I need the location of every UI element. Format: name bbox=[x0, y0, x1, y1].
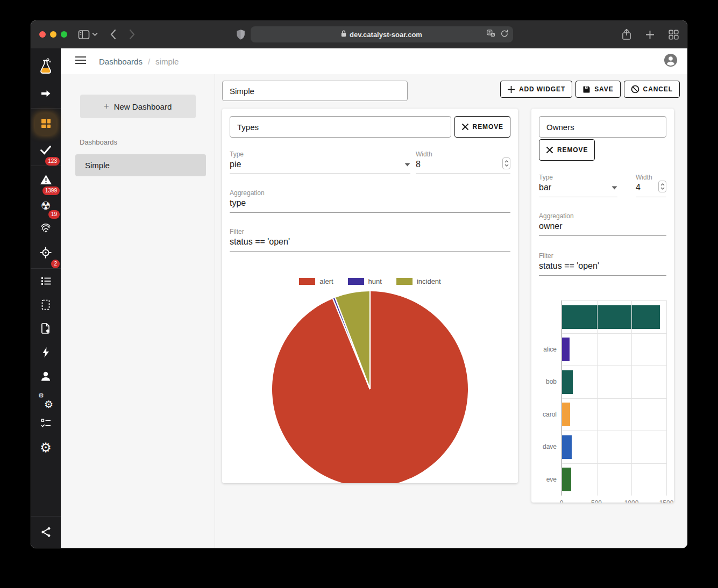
sidebar-item-draft-page[interactable] bbox=[31, 294, 61, 318]
widget-card-owners: REMOVE Type bar Width bbox=[531, 109, 674, 503]
sidebar-toggle-icon[interactable] bbox=[78, 30, 90, 40]
lock-icon bbox=[341, 30, 346, 39]
x-tick-label: 500 bbox=[591, 499, 602, 503]
sidebar-item-alerts[interactable]: 1399 bbox=[31, 168, 61, 193]
remove-widget-button[interactable]: REMOVE bbox=[454, 116, 510, 138]
sidebar-item-fingerprint[interactable] bbox=[31, 217, 61, 241]
x-icon bbox=[546, 146, 553, 154]
bar-carol bbox=[562, 403, 570, 426]
radiation-icon: ☢ bbox=[41, 200, 51, 211]
pie-legend: alerthuntincident bbox=[230, 277, 510, 285]
sidebar-item-flow[interactable] bbox=[31, 83, 61, 106]
reload-icon[interactable] bbox=[501, 30, 508, 40]
sidebar-item-settings[interactable]: ⚙ bbox=[31, 436, 61, 460]
sidebar-item-list[interactable] bbox=[31, 270, 61, 294]
widget-name-input[interactable] bbox=[230, 116, 451, 138]
bar-plot-area bbox=[561, 463, 666, 496]
new-dashboard-button[interactable]: + New Dashboard bbox=[80, 95, 196, 118]
legend-label: hunt bbox=[368, 277, 382, 285]
sidebar-item-dashboards[interactable] bbox=[31, 110, 61, 138]
zoom-window-button[interactable] bbox=[61, 31, 67, 38]
new-dashboard-label: New Dashboard bbox=[114, 102, 172, 111]
bar-unlabeled bbox=[562, 305, 660, 329]
sidebar-item-rules[interactable] bbox=[31, 412, 61, 436]
number-stepper[interactable] bbox=[502, 157, 510, 169]
dashboard-title-input[interactable] bbox=[222, 81, 408, 101]
bar-category-label bbox=[539, 300, 561, 333]
widget-width-input[interactable]: Width 8 bbox=[416, 150, 510, 174]
translate-icon[interactable] bbox=[487, 30, 495, 39]
bar-category-label: carol bbox=[539, 398, 561, 431]
bar-plot-area bbox=[561, 431, 666, 463]
save-button[interactable]: SAVE bbox=[575, 81, 620, 98]
bar-category-label: bob bbox=[539, 365, 561, 398]
legend-swatch bbox=[348, 278, 364, 285]
dashboards-section-label: Dashboards bbox=[80, 138, 215, 146]
close-window-button[interactable] bbox=[39, 31, 46, 38]
plus-icon: + bbox=[104, 101, 109, 112]
tab-overview-icon[interactable] bbox=[669, 30, 679, 40]
widget-filter-value: status == 'open' bbox=[230, 237, 290, 247]
floppy-disk-icon bbox=[582, 85, 591, 94]
x-tick-label: 1000 bbox=[624, 499, 639, 503]
widget-width-input[interactable]: Width 4 bbox=[636, 174, 666, 197]
widget-width-value: 8 bbox=[416, 160, 421, 169]
page-dashed-icon bbox=[40, 299, 52, 313]
remove-widget-button[interactable]: REMOVE bbox=[539, 139, 595, 161]
bar-category-label: dave bbox=[539, 431, 561, 463]
bar-category-label: alice bbox=[539, 333, 561, 366]
legend-swatch bbox=[396, 278, 413, 285]
account-avatar[interactable] bbox=[664, 53, 678, 69]
sidebar-item-radiation[interactable]: ☢ 19 bbox=[31, 193, 61, 217]
cancel-button[interactable]: CANCEL bbox=[624, 81, 680, 98]
sidebar-item-share[interactable] bbox=[31, 518, 61, 548]
add-widget-button[interactable]: ADD WIDGET bbox=[500, 81, 572, 98]
widget-aggregation-field[interactable]: Aggregation owner bbox=[539, 212, 666, 236]
widget-name-input[interactable] bbox=[539, 116, 666, 138]
x-tick-label: 1500 bbox=[659, 499, 674, 503]
new-tab-icon[interactable] bbox=[645, 30, 655, 39]
arrow-right-icon bbox=[40, 89, 51, 100]
app-header: Dashboards / simple bbox=[61, 48, 687, 74]
widget-filter-field[interactable]: Filter status == 'open' bbox=[539, 252, 666, 276]
widget-filter-field[interactable]: Filter status == 'open' bbox=[230, 228, 510, 252]
back-icon[interactable] bbox=[110, 29, 116, 40]
breadcrumb-dashboards[interactable]: Dashboards bbox=[99, 57, 143, 66]
number-stepper[interactable] bbox=[658, 181, 666, 192]
widget-aggregation-field[interactable]: Aggregation type bbox=[230, 189, 510, 213]
breadcrumb-separator: / bbox=[148, 57, 150, 66]
dashboard-list-item-simple[interactable]: Simple bbox=[75, 154, 206, 176]
legend-swatch bbox=[299, 278, 315, 285]
legend-item-hunt: hunt bbox=[348, 277, 382, 285]
chevron-down-icon[interactable] bbox=[92, 32, 98, 37]
bar-plot-area bbox=[561, 333, 666, 366]
bar-row: eve bbox=[539, 463, 666, 496]
dashboards-panel: + New Dashboard Dashboards Simple bbox=[61, 74, 215, 548]
minimize-window-button[interactable] bbox=[50, 31, 56, 38]
hamburger-menu-icon[interactable] bbox=[75, 56, 86, 66]
forward-icon[interactable] bbox=[129, 29, 136, 40]
desktop: dev.catalyst-soar.com bbox=[0, 0, 718, 588]
sidebar-item-automations[interactable] bbox=[31, 341, 61, 365]
legend-item-alert: alert bbox=[299, 277, 333, 285]
bar-plot-area bbox=[561, 398, 666, 431]
crosshair-icon bbox=[40, 247, 52, 261]
sidebar-item-page-settings[interactable] bbox=[31, 318, 61, 341]
sidebar-item-services[interactable]: ⚙ ⚙ bbox=[31, 389, 61, 412]
legend-label: incident bbox=[417, 277, 441, 285]
widget-type-select[interactable]: Type bar bbox=[539, 174, 617, 197]
gear-icon: ⚙ bbox=[40, 441, 52, 454]
catalyst-flask-logo[interactable] bbox=[31, 52, 61, 83]
legend-item-incident: incident bbox=[396, 277, 441, 285]
cancel-icon bbox=[631, 85, 639, 94]
address-bar[interactable]: dev.catalyst-soar.com bbox=[251, 26, 513, 42]
widget-type-select[interactable]: Type pie bbox=[230, 150, 410, 174]
share-icon[interactable] bbox=[622, 28, 631, 40]
check-icon bbox=[40, 145, 52, 157]
sidebar-item-users[interactable] bbox=[31, 365, 61, 389]
privacy-shield-icon[interactable] bbox=[236, 29, 245, 40]
sidebar-item-tasks[interactable]: 123 bbox=[31, 138, 61, 164]
share-nodes-icon bbox=[40, 526, 52, 540]
bar-alice bbox=[562, 338, 570, 361]
sidebar-item-hunts[interactable]: 2 bbox=[31, 241, 61, 267]
